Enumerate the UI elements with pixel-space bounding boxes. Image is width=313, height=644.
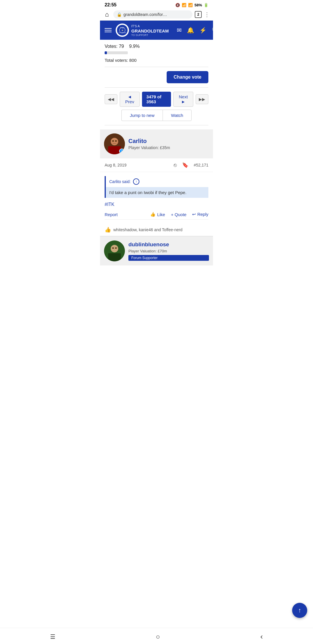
- change-vote-row: Change vote: [105, 67, 208, 88]
- poll-bar-fill: [105, 51, 107, 54]
- jump-watch-row: Jump to new Watch: [105, 110, 208, 125]
- post-number: #52,171: [194, 163, 208, 167]
- svg-point-19: [111, 245, 118, 252]
- header-icons: ✉ 🔔 ⚡ 🔍: [177, 27, 213, 34]
- mail-icon[interactable]: ✉: [177, 27, 182, 34]
- svg-point-13: [112, 140, 114, 142]
- likes-row: 👍 whiteshadow, kanie46 and Toffee-nerd: [100, 224, 213, 236]
- site-header: IT'S A ⚽ TO SUPPORT IT'S A GRANDOLDTEAM …: [100, 21, 213, 40]
- quote-jump-button[interactable]: ↑: [133, 178, 139, 185]
- quote-block: Carlito said: ↑ I'd take a punt on Iwobi…: [105, 176, 208, 198]
- like-button[interactable]: 👍 Like: [150, 212, 165, 217]
- status-time: 22:55: [105, 2, 117, 8]
- votes-pct: 9.9%: [129, 44, 140, 49]
- votes-count: 79: [119, 44, 124, 49]
- status-bar: 22:55 🔇 📶 📶 58% 🔋: [100, 0, 213, 9]
- logo-text-area: IT'S A GRANDOLDTEAM TO SUPPORT: [131, 24, 169, 37]
- quote-attribution: Carlito said:: [109, 179, 131, 184]
- post-author-info: Carlito Player Valuation: £35m: [128, 138, 170, 150]
- bookmark-icon[interactable]: 🔖: [182, 162, 188, 168]
- prev-page-button[interactable]: ◄ Prev: [120, 92, 140, 107]
- tab-count[interactable]: 2: [195, 11, 202, 18]
- post-header: i Carlito Player Valuation: £35m: [100, 129, 213, 158]
- report-button[interactable]: Report: [105, 212, 118, 217]
- post-meta: Aug 8, 2019 ⎋ 🔖 #52,171: [100, 158, 213, 172]
- quote-header: Carlito said: ↑: [106, 176, 208, 187]
- like-label: Like: [157, 212, 165, 217]
- browser-bar: ⌂ 🔒 grandoldteam.com/for… 2 ⋮: [100, 9, 213, 21]
- forum-supporter-badge: Forum Supporter: [128, 255, 209, 261]
- next-poster-avatar[interactable]: [104, 240, 125, 261]
- pagination-row: ◀◀ ◄ Prev 3479 of 3563 Next ► ▶▶: [105, 88, 208, 110]
- svg-point-20: [112, 247, 114, 249]
- home-icon: ⌂: [105, 11, 109, 18]
- next-page-button[interactable]: Next ►: [173, 92, 193, 107]
- browser-menu-button[interactable]: ⋮: [204, 11, 210, 18]
- watch-button[interactable]: Watch: [163, 110, 192, 121]
- action-group: 👍 Like + Quote ↩ Reply: [150, 212, 208, 217]
- votes-label: Votes:: [105, 44, 117, 49]
- post-text: #ITK: [105, 202, 208, 207]
- signal-icon: 📶: [188, 3, 193, 7]
- svg-rect-18: [108, 253, 121, 258]
- next-poster-info: dublinbluenose Player Valuation: £70m Fo…: [128, 241, 209, 261]
- poll-bar-container: [105, 51, 128, 54]
- site-subtext: TO SUPPORT: [131, 34, 169, 37]
- post-meta-right: ⎋ 🔖 #52,171: [174, 162, 208, 168]
- next-poster-header: dublinbluenose Player Valuation: £70m Fo…: [100, 236, 213, 265]
- post-body: Carlito said: ↑ I'd take a punt on Iwobi…: [100, 172, 213, 224]
- last-page-button[interactable]: ▶▶: [196, 94, 208, 104]
- browser-home-button[interactable]: ⌂: [103, 10, 111, 19]
- quote-content: I'd take a punt on Iwobi if they get Pep…: [106, 187, 208, 198]
- site-name: IT'S A GRANDOLDTEAM: [131, 24, 169, 34]
- post-date: Aug 8, 2019: [105, 163, 127, 167]
- share-icon[interactable]: ⎋: [174, 162, 177, 168]
- wifi-icon: 📶: [182, 3, 186, 7]
- search-icon[interactable]: 🔍: [212, 27, 213, 34]
- lock-icon: 🔒: [117, 12, 122, 17]
- logo-emblem: IT'S A ⚽ TO SUPPORT: [116, 23, 129, 37]
- battery-label: 58%: [194, 3, 202, 7]
- votes-row: Votes: 79 9.9%: [105, 44, 208, 49]
- post-hashtag: #ITK: [105, 202, 114, 207]
- first-page-button[interactable]: ◀◀: [105, 94, 117, 104]
- post-author-avatar[interactable]: i: [104, 133, 125, 154]
- total-voters-label: Total voters:: [105, 58, 128, 63]
- jump-to-new-button[interactable]: Jump to new: [121, 110, 163, 121]
- like-icon: 👍: [150, 212, 156, 217]
- likers-text: whiteshadow, kanie46 and Toffee-nerd: [113, 227, 182, 232]
- post-actions: Report 👍 Like + Quote ↩ Reply: [105, 212, 208, 220]
- reply-button[interactable]: ↩ Reply: [192, 212, 208, 217]
- url-bar[interactable]: 🔒 grandoldteam.com/for…: [113, 10, 192, 19]
- lightning-icon[interactable]: ⚡: [199, 27, 207, 34]
- online-indicator: i: [119, 149, 124, 154]
- svg-text:⚽: ⚽: [122, 30, 123, 31]
- change-vote-button[interactable]: Change vote: [167, 71, 208, 83]
- total-voters: Total voters: 800: [105, 58, 208, 67]
- mute-icon: 🔇: [175, 3, 180, 7]
- svg-text:TO SUPPORT: TO SUPPORT: [119, 32, 126, 33]
- post-author-name[interactable]: Carlito: [128, 138, 170, 144]
- next-poster-role: Player Valuation: £70m: [128, 249, 209, 253]
- likes-thumb-icon: 👍: [105, 227, 111, 233]
- battery-icon: 🔋: [204, 3, 208, 7]
- hamburger-menu-button[interactable]: [105, 28, 112, 32]
- site-logo: IT'S A ⚽ TO SUPPORT IT'S A GRANDOLDTEAM …: [116, 23, 169, 37]
- bell-icon[interactable]: 🔔: [187, 27, 194, 34]
- url-text: grandoldteam.com/for…: [123, 12, 167, 17]
- page-content: Votes: 79 9.9% Total voters: 800 Change …: [100, 40, 213, 129]
- status-icons: 🔇 📶 📶 58% 🔋: [175, 3, 208, 7]
- svg-point-21: [115, 247, 117, 249]
- next-poster-name[interactable]: dublinbluenose: [128, 241, 209, 248]
- svg-point-14: [115, 140, 117, 142]
- total-voters-count: 800: [129, 58, 137, 63]
- current-page-indicator: 3479 of 3563: [142, 92, 171, 107]
- post-author-role: Player Valuation: £35m: [128, 145, 170, 150]
- quote-button[interactable]: + Quote: [171, 212, 187, 217]
